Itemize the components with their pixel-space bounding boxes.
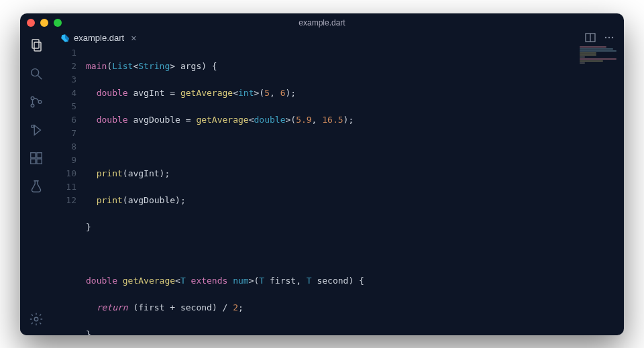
- editor-toolbar: [585, 32, 624, 44]
- split-editor-icon[interactable]: [585, 32, 596, 43]
- extensions-icon[interactable]: [28, 150, 44, 166]
- tab-filename: example.dart: [74, 33, 124, 43]
- code-editor[interactable]: 123456789101112 main(List<String> args) …: [52, 44, 624, 335]
- source-control-icon[interactable]: [28, 94, 44, 110]
- tab-example-dart[interactable]: example.dart ×: [52, 32, 144, 44]
- minimize-window-button[interactable]: [40, 19, 48, 27]
- svg-point-2: [32, 68, 39, 76]
- svg-point-7: [32, 125, 34, 127]
- svg-rect-11: [37, 158, 42, 163]
- testing-icon[interactable]: [28, 178, 44, 194]
- svg-line-3: [38, 75, 42, 79]
- svg-point-6: [38, 100, 42, 103]
- maximize-window-button[interactable]: [54, 19, 62, 27]
- line-gutter: 123456789101112: [52, 44, 86, 335]
- svg-rect-1: [34, 42, 41, 51]
- editor-body: example.dart × 123456789101112 main(List…: [20, 32, 624, 335]
- svg-rect-8: [31, 152, 36, 157]
- window-controls: [27, 19, 62, 27]
- window-title: example.dart: [20, 18, 624, 27]
- svg-point-4: [31, 97, 34, 100]
- search-icon[interactable]: [28, 66, 44, 82]
- settings-gear-icon[interactable]: [28, 311, 44, 327]
- svg-rect-0: [32, 40, 39, 48]
- close-window-button[interactable]: [27, 19, 35, 27]
- titlebar: example.dart: [20, 13, 624, 32]
- svg-rect-10: [31, 158, 36, 163]
- main-area: example.dart × 123456789101112 main(List…: [52, 32, 624, 335]
- more-actions-icon[interactable]: [604, 32, 614, 43]
- explorer-icon[interactable]: [28, 38, 44, 54]
- svg-point-16: [608, 37, 610, 38]
- svg-rect-9: [37, 152, 42, 157]
- editor-window: example.dart: [20, 13, 624, 335]
- editor-tabs: example.dart ×: [52, 32, 624, 44]
- svg-point-17: [612, 37, 613, 38]
- debug-icon[interactable]: [28, 122, 44, 138]
- dart-file-icon: [60, 34, 70, 43]
- svg-point-5: [31, 104, 34, 107]
- svg-point-15: [605, 37, 606, 38]
- code-content: main(List<String> args) { double avgInt …: [86, 44, 624, 335]
- activity-bar: [20, 32, 52, 335]
- svg-point-12: [34, 317, 38, 321]
- tab-close-icon[interactable]: ×: [131, 33, 136, 44]
